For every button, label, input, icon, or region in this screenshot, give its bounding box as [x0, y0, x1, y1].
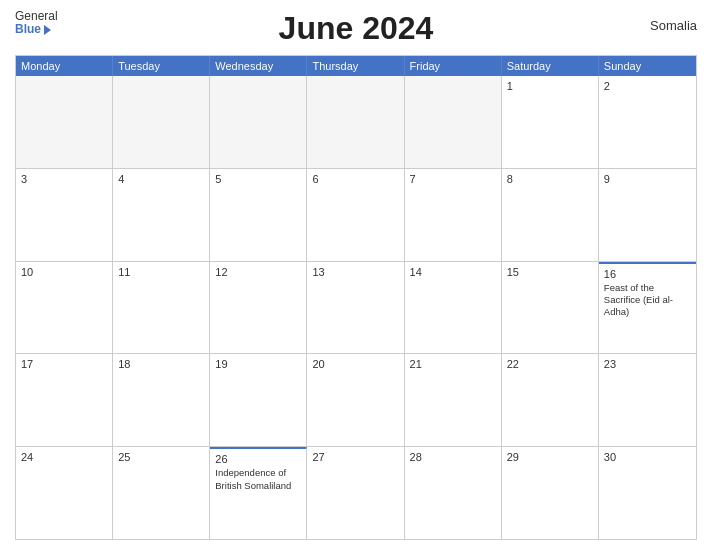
- day-number: 11: [118, 266, 204, 278]
- logo-blue-row: Blue: [15, 23, 51, 36]
- day-cell-5-1: 24: [16, 447, 113, 539]
- day-cell-5-3: 26Independence of British Somaliland: [210, 447, 307, 539]
- day-number: 20: [312, 358, 398, 370]
- day-number: 28: [410, 451, 496, 463]
- header-thursday: Thursday: [307, 56, 404, 76]
- week-row-2: 3456789: [16, 168, 696, 261]
- day-number: 14: [410, 266, 496, 278]
- day-cell-4-4: 20: [307, 354, 404, 446]
- day-cell-2-6: 8: [502, 169, 599, 261]
- day-cell-4-7: 23: [599, 354, 696, 446]
- day-number: 16: [604, 268, 691, 280]
- holiday-text: Independence of British Somaliland: [215, 467, 301, 492]
- header-friday: Friday: [405, 56, 502, 76]
- header-monday: Monday: [16, 56, 113, 76]
- day-cell-4-3: 19: [210, 354, 307, 446]
- day-cell-1-6: 1: [502, 76, 599, 168]
- day-number: 5: [215, 173, 301, 185]
- day-number: 1: [507, 80, 593, 92]
- day-cell-1-7: 2: [599, 76, 696, 168]
- week-row-3: 10111213141516Feast of the Sacrifice (Ei…: [16, 261, 696, 354]
- day-cell-2-1: 3: [16, 169, 113, 261]
- day-cell-4-1: 17: [16, 354, 113, 446]
- day-cell-2-5: 7: [405, 169, 502, 261]
- day-cell-2-2: 4: [113, 169, 210, 261]
- day-number: 24: [21, 451, 107, 463]
- day-cell-4-6: 22: [502, 354, 599, 446]
- day-number: 10: [21, 266, 107, 278]
- day-cell-5-7: 30: [599, 447, 696, 539]
- day-number: 22: [507, 358, 593, 370]
- day-number: 9: [604, 173, 691, 185]
- day-number: 26: [215, 453, 301, 465]
- day-number: 29: [507, 451, 593, 463]
- day-number: 3: [21, 173, 107, 185]
- day-number: 27: [312, 451, 398, 463]
- header-saturday: Saturday: [502, 56, 599, 76]
- day-cell-3-2: 11: [113, 262, 210, 354]
- header-sunday: Sunday: [599, 56, 696, 76]
- day-cell-1-3: [210, 76, 307, 168]
- holiday-text: Feast of the Sacrifice (Eid al-Adha): [604, 282, 691, 319]
- day-cell-3-7: 16Feast of the Sacrifice (Eid al-Adha): [599, 262, 696, 354]
- day-number: 6: [312, 173, 398, 185]
- day-cell-4-2: 18: [113, 354, 210, 446]
- country-label: Somalia: [650, 18, 697, 33]
- day-number: 17: [21, 358, 107, 370]
- day-cell-1-1: [16, 76, 113, 168]
- day-number: 2: [604, 80, 691, 92]
- day-cell-1-2: [113, 76, 210, 168]
- calendar-page: General Blue June 2024 Somalia Monday Tu…: [0, 0, 712, 550]
- day-number: 4: [118, 173, 204, 185]
- day-cell-3-5: 14: [405, 262, 502, 354]
- week-row-5: 242526Independence of British Somaliland…: [16, 446, 696, 539]
- day-number: 15: [507, 266, 593, 278]
- weeks-container: 12345678910111213141516Feast of the Sacr…: [16, 76, 696, 539]
- calendar-grid: Monday Tuesday Wednesday Thursday Friday…: [15, 55, 697, 540]
- week-row-4: 17181920212223: [16, 353, 696, 446]
- calendar-title: June 2024: [279, 10, 434, 47]
- day-cell-2-3: 5: [210, 169, 307, 261]
- day-cell-3-4: 13: [307, 262, 404, 354]
- day-cell-5-6: 29: [502, 447, 599, 539]
- day-cell-1-5: [405, 76, 502, 168]
- day-cell-5-4: 27: [307, 447, 404, 539]
- day-headers-row: Monday Tuesday Wednesday Thursday Friday…: [16, 56, 696, 76]
- day-cell-3-6: 15: [502, 262, 599, 354]
- day-number: 13: [312, 266, 398, 278]
- day-cell-1-4: [307, 76, 404, 168]
- day-cell-4-5: 21: [405, 354, 502, 446]
- day-cell-2-4: 6: [307, 169, 404, 261]
- day-cell-3-3: 12: [210, 262, 307, 354]
- day-number: 19: [215, 358, 301, 370]
- week-row-1: 12: [16, 76, 696, 168]
- day-number: 21: [410, 358, 496, 370]
- header-wednesday: Wednesday: [210, 56, 307, 76]
- day-cell-2-7: 9: [599, 169, 696, 261]
- header-tuesday: Tuesday: [113, 56, 210, 76]
- logo: General Blue: [15, 10, 58, 36]
- header: General Blue June 2024 Somalia: [15, 10, 697, 47]
- day-number: 25: [118, 451, 204, 463]
- day-number: 8: [507, 173, 593, 185]
- day-number: 7: [410, 173, 496, 185]
- logo-blue-text: Blue: [15, 23, 41, 36]
- day-number: 23: [604, 358, 691, 370]
- day-number: 30: [604, 451, 691, 463]
- day-number: 18: [118, 358, 204, 370]
- day-number: 12: [215, 266, 301, 278]
- day-cell-3-1: 10: [16, 262, 113, 354]
- day-cell-5-2: 25: [113, 447, 210, 539]
- day-cell-5-5: 28: [405, 447, 502, 539]
- logo-triangle-icon: [44, 25, 51, 35]
